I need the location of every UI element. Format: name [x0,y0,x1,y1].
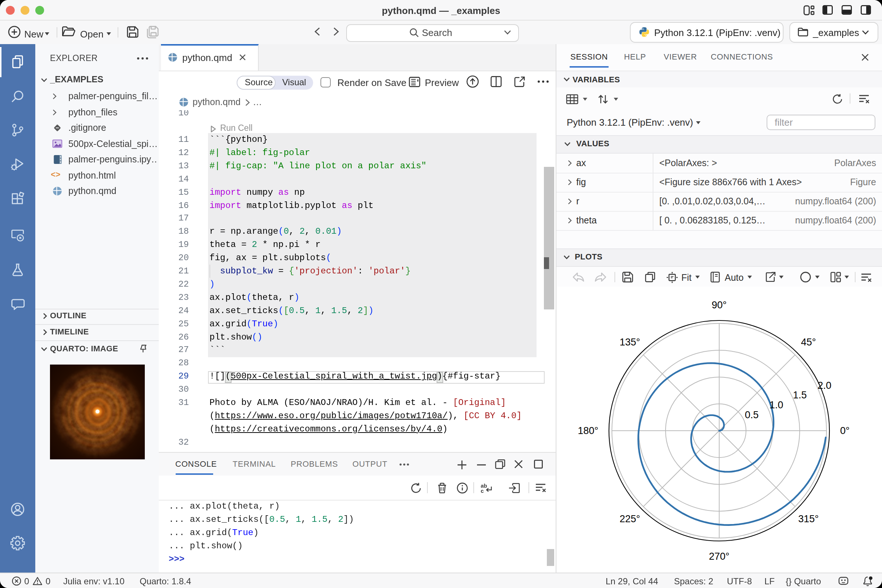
svg-text:225°: 225° [620,513,640,524]
svg-text:315°: 315° [798,513,819,524]
svg-text:0°: 0° [840,425,850,436]
svg-text:1.5: 1.5 [793,389,807,400]
svg-text:90°: 90° [712,299,727,310]
svg-text:135°: 135° [620,336,640,347]
svg-text:0.5: 0.5 [745,409,759,420]
svg-text:c: c [481,488,484,494]
svg-text:180°: 180° [578,425,598,436]
svg-text:2.0: 2.0 [818,380,832,391]
svg-text:270°: 270° [709,550,729,561]
svg-text:1.0: 1.0 [770,399,783,410]
svg-text:45°: 45° [801,336,816,347]
